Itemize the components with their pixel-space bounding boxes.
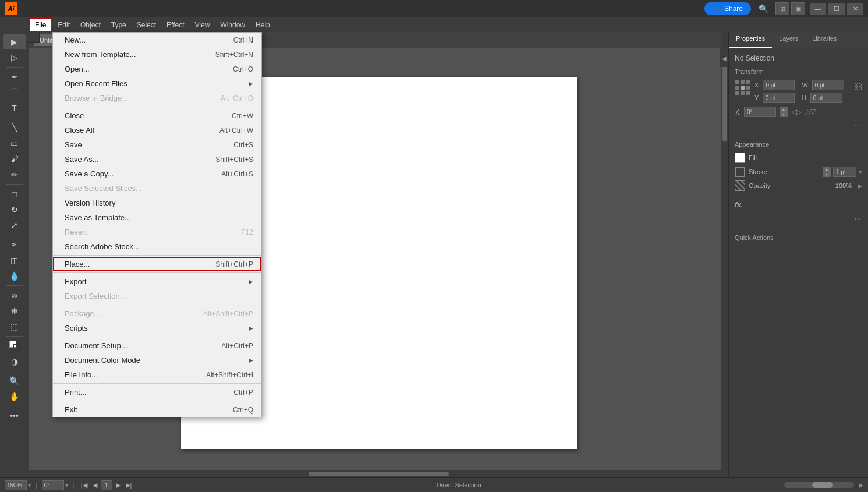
stroke-down[interactable]: ▼ — [823, 172, 831, 177]
menu-item-object[interactable]: Object — [76, 19, 105, 31]
tab-properties[interactable]: Properties — [729, 32, 772, 48]
menu-open[interactable]: Open... Ctrl+O — [53, 62, 261, 76]
close-button[interactable]: ✕ — [847, 3, 863, 15]
menu-open-recent[interactable]: Open Recent Files ▶ — [53, 76, 261, 91]
menu-item-edit[interactable]: Edit — [53, 19, 75, 31]
menu-save-copy[interactable]: Save a Copy... Alt+Ctrl+S — [53, 167, 261, 181]
menu-save-as-template[interactable]: Save as Template... — [53, 210, 261, 225]
menu-item-type[interactable]: Type — [107, 19, 131, 31]
menu-close[interactable]: Close Ctrl+W — [53, 108, 261, 123]
menu-save-as[interactable]: Save As... Shift+Ctrl+S — [53, 152, 261, 167]
h-input[interactable] — [810, 93, 842, 103]
tab-libraries[interactable]: Libraries — [805, 32, 844, 48]
maximize-button[interactable]: ☐ — [828, 3, 845, 15]
menu-place[interactable]: Place... Shift+Ctrl+P — [53, 257, 261, 271]
menu-document-color-mode[interactable]: Document Color Mode ▶ — [53, 353, 261, 367]
menu-item-window[interactable]: Window — [215, 19, 250, 31]
menu-version-history[interactable]: Version History — [53, 196, 261, 210]
selection-tool[interactable]: ▶ — [3, 34, 26, 49]
hand-tool[interactable]: ✋ — [3, 389, 26, 404]
eyedropper-tool[interactable]: 💧 — [3, 268, 26, 284]
stroke-up[interactable]: ▲ — [823, 167, 831, 172]
color-mode-btn[interactable]: ◑ — [3, 354, 26, 369]
w-input[interactable] — [812, 80, 844, 90]
scroll-right-btn[interactable]: ▶ — [859, 482, 863, 489]
prev-page-btn[interactable]: ◀ — [91, 481, 99, 490]
y-input[interactable] — [763, 93, 795, 103]
menu-item-select[interactable]: Select — [132, 19, 161, 31]
appearance-more[interactable]: ··· — [735, 213, 862, 224]
menu-item-effect[interactable]: Effect — [162, 19, 189, 31]
horizontal-scrollbar[interactable] — [29, 470, 728, 477]
transform-more[interactable]: ··· — [735, 119, 862, 131]
more-tools-btn[interactable]: ••• — [3, 408, 26, 423]
angle-up[interactable]: ▲ — [780, 107, 788, 112]
angle-dropdown-arrow[interactable]: ▾ — [65, 482, 68, 489]
menu-document-setup[interactable]: Document Setup... Alt+Ctrl+P — [53, 338, 261, 353]
page-input[interactable] — [101, 480, 112, 490]
menu-save[interactable]: Save Ctrl+S — [53, 137, 261, 152]
pen-tool[interactable]: ✒ — [3, 69, 26, 84]
next-page-btn[interactable]: ▶ — [114, 481, 122, 490]
symbol-tool[interactable]: ❋ — [3, 303, 26, 318]
type-tool[interactable]: T — [3, 101, 26, 116]
first-page-btn[interactable]: |◀ — [79, 481, 89, 490]
scale-tool[interactable]: ⤢ — [3, 218, 26, 233]
horizontal-scroll-thumb[interactable] — [309, 472, 448, 476]
menu-new[interactable]: New... Ctrl+N — [53, 33, 261, 47]
search-button[interactable]: 🔍 — [756, 1, 771, 16]
menu-item-file[interactable]: File — [29, 18, 52, 32]
stroke-stepper[interactable]: ▲ ▼ — [823, 167, 831, 177]
menu-export[interactable]: Export ▶ — [53, 274, 261, 289]
line-tool[interactable]: ╲ — [3, 120, 26, 135]
horizontal-scrollbar-bottom[interactable] — [784, 482, 854, 488]
menu-file-info[interactable]: File Info... Alt+Shift+Ctrl+I — [53, 367, 261, 382]
direct-selection-tool[interactable]: ▷ — [3, 50, 26, 65]
warp-tool[interactable]: ≈ — [3, 237, 26, 252]
tab-layers[interactable]: Layers — [772, 32, 805, 48]
layout-grid-button[interactable]: ⊞ — [775, 2, 789, 15]
layout-single-button[interactable]: ▣ — [791, 2, 805, 15]
angle-input-bottom[interactable] — [42, 480, 64, 490]
angle-input[interactable] — [744, 107, 776, 117]
menu-scripts[interactable]: Scripts ▶ — [53, 321, 261, 335]
menu-print[interactable]: Print... Ctrl+P — [53, 385, 261, 399]
share-button[interactable]: 👤 Share — [704, 2, 751, 15]
angle-stepper[interactable]: ▲ ▼ — [780, 107, 788, 117]
minimize-button[interactable]: — — [810, 3, 826, 15]
vertical-scrollbar[interactable] — [721, 32, 728, 470]
rotate-tool[interactable]: ↻ — [3, 202, 26, 217]
fill-swatch[interactable] — [735, 153, 745, 163]
zoom-control[interactable]: ▾ — [5, 480, 31, 490]
menu-close-all[interactable]: Close All Alt+Ctrl+W — [53, 123, 261, 137]
gradient-tool[interactable]: ◫ — [3, 253, 26, 268]
angle-down[interactable]: ▼ — [780, 112, 788, 117]
zoom-input[interactable] — [5, 480, 27, 490]
stroke-swatch[interactable] — [735, 167, 745, 177]
pencil-tool[interactable]: ✏ — [3, 167, 26, 182]
stroke-input[interactable] — [833, 167, 856, 177]
x-input[interactable] — [763, 80, 795, 90]
menu-item-help[interactable]: Help — [251, 19, 275, 31]
blend-tool[interactable]: ∞ — [3, 288, 26, 303]
fill-stroke-swatch[interactable] — [3, 338, 26, 353]
collapse-panel-arrow[interactable]: ◀ — [720, 49, 728, 67]
rectangle-tool[interactable]: ▭ — [3, 136, 26, 151]
zoom-tool[interactable]: 🔍 — [3, 373, 26, 388]
vertical-scroll-thumb[interactable] — [722, 54, 727, 142]
paintbrush-tool[interactable]: 🖌 — [3, 151, 26, 167]
stroke-dropdown-arrow[interactable]: ▾ — [859, 168, 862, 176]
curvature-tool[interactable]: ⌒ — [3, 85, 26, 100]
angle-control[interactable]: ▾ — [42, 480, 68, 490]
menu-search-adobe-stock[interactable]: Search Adobe Stock... — [53, 239, 261, 254]
last-page-btn[interactable]: ▶| — [124, 481, 134, 490]
artboard-tool[interactable]: ⬚ — [3, 319, 26, 334]
bottom-scroll-thumb[interactable] — [812, 482, 833, 488]
menu-new-from-template[interactable]: New from Template... Shift+Ctrl+N — [53, 47, 261, 62]
menu-exit[interactable]: Exit Ctrl+Q — [53, 402, 261, 417]
zoom-dropdown-arrow[interactable]: ▾ — [28, 482, 31, 489]
opacity-arrow[interactable]: ▶ — [858, 182, 862, 190]
transform-origin-grid[interactable] — [735, 80, 751, 96]
menu-item-view[interactable]: View — [190, 19, 215, 31]
eraser-tool[interactable]: ◻ — [3, 186, 26, 201]
